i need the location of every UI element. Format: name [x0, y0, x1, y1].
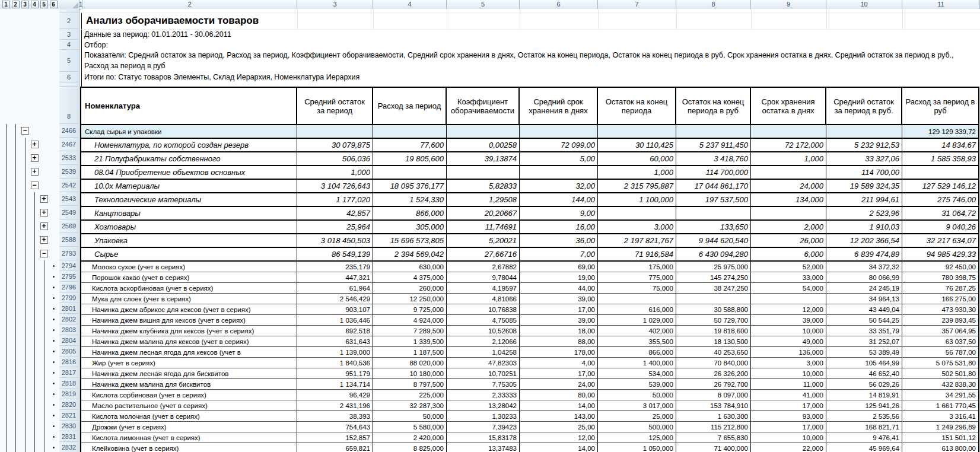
- outline-expand-button[interactable]: +: [40, 209, 48, 217]
- cell-nomenclature[interactable]: Клейковина (учет в сериях): [81, 443, 297, 452]
- cell-value[interactable]: 17,000: [751, 422, 826, 432]
- cell-value[interactable]: 125 941,26: [826, 400, 902, 410]
- row-number-2795[interactable]: 2795: [59, 271, 78, 282]
- cell-value[interactable]: 32 287,300: [373, 400, 447, 410]
- cell-value[interactable]: 355,500: [598, 336, 676, 346]
- cell-value[interactable]: 61,964: [297, 283, 373, 293]
- row-number-2802[interactable]: 2802: [59, 314, 78, 324]
- column-number-5[interactable]: 5: [447, 0, 520, 9]
- cell-value[interactable]: 24 245,19: [826, 283, 902, 293]
- outline-level-3-button[interactable]: 3: [21, 1, 29, 8]
- row-number-2817[interactable]: 2817: [59, 367, 78, 378]
- cell-value[interactable]: 780 398,75: [902, 272, 978, 282]
- cell-value[interactable]: 866,000: [598, 347, 676, 357]
- row-number-2467[interactable]: 2467: [59, 138, 78, 151]
- cell-value[interactable]: 26,000: [751, 234, 826, 247]
- cell-value[interactable]: 1 661 770,45: [902, 400, 978, 410]
- cell-value[interactable]: 25,000: [598, 411, 676, 421]
- row-number-2816[interactable]: 2816: [59, 356, 78, 367]
- cell-nomenclature[interactable]: Начинка джем абрикос для кексов (учет в …: [81, 304, 297, 314]
- cell-value[interactable]: 127 529 146,12: [902, 180, 978, 192]
- cell-value[interactable]: 2 546,429: [297, 294, 373, 304]
- cell-value[interactable]: 56 029,26: [826, 379, 902, 389]
- cell-value[interactable]: 5 580,000: [373, 422, 447, 432]
- cell-nomenclature[interactable]: 21 Полуфабрикаты собственного: [81, 152, 297, 165]
- cell-value[interactable]: 1 100,000: [598, 193, 676, 206]
- cell-value[interactable]: 69,00: [520, 262, 598, 272]
- row-number-8[interactable]: 8: [59, 87, 78, 124]
- row-number-4[interactable]: 4: [59, 40, 78, 50]
- cell-value[interactable]: 1,04258: [447, 347, 520, 357]
- outline-level-2-button[interactable]: 2: [12, 1, 20, 8]
- cell-value[interactable]: 56 787,00: [902, 347, 978, 357]
- header-cell-7[interactable]: Остаток на конец периода в руб: [676, 88, 751, 124]
- cell-value[interactable]: 1 050,000: [598, 443, 676, 452]
- header-cell-10[interactable]: Расход за период в руб: [902, 88, 978, 124]
- cell-value[interactable]: 6 839 474,89: [826, 248, 902, 260]
- cell-value[interactable]: 447,321: [297, 272, 373, 282]
- cell-value[interactable]: 2 315 795,887: [598, 180, 676, 192]
- row-number-5[interactable]: 5: [59, 50, 78, 72]
- row-number-2539[interactable]: 2539: [59, 165, 78, 179]
- cell-value[interactable]: 96,429: [297, 390, 373, 400]
- cell-value[interactable]: 3 018 450,503: [297, 234, 373, 247]
- cell-value[interactable]: 44,00: [520, 283, 598, 293]
- cell-value[interactable]: 0,00258: [447, 139, 520, 151]
- cell-nomenclature[interactable]: Кислота сорбиновая (учет в сериях): [81, 390, 297, 400]
- cell-value[interactable]: [751, 166, 826, 179]
- cell-value[interactable]: 15 696 573,805: [373, 234, 447, 247]
- row-number-2820[interactable]: 2820: [59, 399, 78, 410]
- cell-value[interactable]: [751, 125, 826, 138]
- row-number-2801[interactable]: 2801: [59, 303, 78, 314]
- cell-value[interactable]: 11,74691: [447, 221, 520, 233]
- cell-value[interactable]: 39,00: [520, 315, 598, 325]
- cell-value[interactable]: 2,000: [751, 221, 826, 233]
- row-number-2542[interactable]: 2542: [59, 179, 78, 192]
- row-number-2588[interactable]: 2588: [59, 233, 78, 247]
- cell-value[interactable]: 33,000: [751, 272, 826, 282]
- cell-value[interactable]: 2,33333: [447, 390, 520, 400]
- outline-collapse-button[interactable]: −: [21, 127, 29, 135]
- cell-nomenclature[interactable]: Склад сырья и упаковки: [81, 125, 297, 138]
- cell-value[interactable]: 50 544,25: [826, 315, 902, 325]
- column-number-2[interactable]: 2: [82, 0, 297, 9]
- header-cell-3[interactable]: Расход за период: [373, 88, 447, 124]
- header-cell-5[interactable]: Средний срок хранения в днях: [520, 88, 598, 124]
- cell-nomenclature[interactable]: Жир (учет в сериях): [81, 358, 297, 368]
- cell-value[interactable]: 3 418,760: [676, 152, 751, 165]
- cell-value[interactable]: 14,00: [520, 443, 598, 452]
- cell-value[interactable]: 2 431,196: [297, 400, 373, 410]
- row-number-2466[interactable]: 2466: [59, 124, 78, 138]
- cell-value[interactable]: 115 212,800: [676, 422, 751, 432]
- cell-value[interactable]: 39,13874: [447, 152, 520, 165]
- cell-value[interactable]: 88 020,000: [373, 358, 447, 368]
- row-number-2[interactable]: 2: [59, 12, 78, 29]
- column-number-4[interactable]: 4: [373, 0, 447, 9]
- column-number-9[interactable]: 9: [751, 0, 826, 9]
- cell-value[interactable]: 5,20021: [447, 234, 520, 247]
- header-cell-1[interactable]: Номенклатура: [81, 88, 297, 124]
- report-period-line[interactable]: Данные за период: 01.01.2011 - 30.06.201…: [84, 29, 231, 40]
- cell-value[interactable]: 473 930,30: [902, 304, 978, 314]
- outline-expand-button[interactable]: +: [31, 154, 39, 162]
- row-number-2799[interactable]: 2799: [59, 292, 78, 303]
- header-cell-2[interactable]: Средний остаток за период: [297, 88, 373, 124]
- cell-value[interactable]: 14,00: [520, 400, 598, 410]
- row-number-2803[interactable]: 2803: [59, 324, 78, 335]
- report-totals-line[interactable]: Итоги по: Статус товаров Элементы, Склад…: [84, 72, 359, 82]
- row-number-2821[interactable]: 2821: [59, 410, 78, 421]
- cell-value[interactable]: 94 985 429,33: [902, 248, 978, 260]
- outline-expand-button[interactable]: +: [40, 222, 48, 230]
- cell-value[interactable]: 22,000: [751, 443, 826, 452]
- cell-value[interactable]: 105 464,99: [826, 358, 902, 368]
- cell-value[interactable]: 7,00: [520, 248, 598, 260]
- cell-value[interactable]: 2,12066: [447, 336, 520, 346]
- cell-value[interactable]: 77,600: [373, 139, 447, 151]
- cell-value[interactable]: 631,643: [297, 336, 373, 346]
- cell-value[interactable]: 151 501,12: [902, 432, 978, 443]
- cell-value[interactable]: 36,00: [520, 234, 598, 247]
- cell-value[interactable]: 38,393: [297, 411, 373, 421]
- header-cell-8[interactable]: Срок хранения остатка в днях: [751, 88, 826, 124]
- cell-value[interactable]: [297, 125, 373, 138]
- cell-value[interactable]: 166 275,00: [902, 294, 978, 304]
